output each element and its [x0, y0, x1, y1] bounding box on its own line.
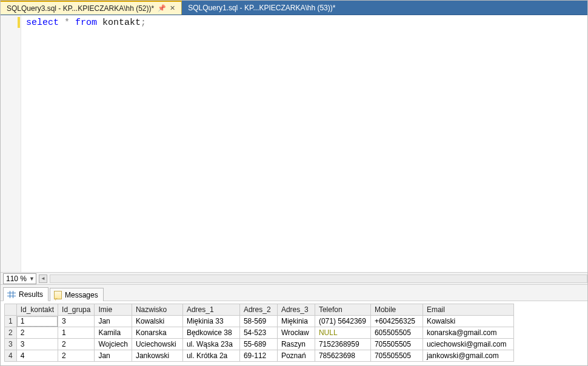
- cell[interactable]: 2: [16, 327, 58, 339]
- cell[interactable]: +604256325: [370, 316, 423, 327]
- tab-label: SQLQuery3.sql - KP...KPIECZARKA\hh (52))…: [7, 4, 154, 13]
- tab-messages[interactable]: Messages: [50, 288, 104, 301]
- cell[interactable]: Raszyn: [277, 339, 315, 350]
- cell[interactable]: ul. Wąska 23a: [182, 339, 239, 350]
- col-id-grupa[interactable]: Id_grupa: [58, 304, 95, 316]
- cell[interactable]: 58-569: [239, 316, 277, 327]
- table-row[interactable]: 3 3 2 Wojciech Uciechowski ul. Wąska 23a…: [5, 339, 514, 350]
- cell[interactable]: 1: [16, 316, 58, 327]
- kw-select: select: [26, 18, 59, 28]
- cell[interactable]: Wojciech: [95, 339, 132, 350]
- cell[interactable]: 4: [16, 350, 58, 362]
- cell[interactable]: jankowski@gmail.com: [423, 350, 513, 362]
- change-marker-icon: [18, 17, 20, 28]
- col-id-kontakt[interactable]: Id_kontakt: [16, 304, 58, 316]
- cell[interactable]: Wrocław: [277, 327, 315, 339]
- close-icon[interactable]: ✕: [170, 4, 175, 12]
- col-adres-1[interactable]: Adres_1: [182, 304, 239, 316]
- results-grid-icon: [7, 291, 16, 298]
- op-star: *: [59, 18, 75, 28]
- header-row: Id_kontakt Id_grupa Imie Nazwisko Adres_…: [5, 304, 514, 316]
- app-root: SQLQuery3.sql - KP...KPIECZARKA\hh (52))…: [0, 0, 588, 366]
- cell[interactable]: Kamila: [95, 327, 132, 339]
- cell[interactable]: Kowalski: [423, 316, 513, 327]
- space: [97, 18, 102, 28]
- col-adres-2[interactable]: Adres_2: [239, 304, 277, 316]
- tab-results[interactable]: Results: [3, 287, 48, 301]
- cell[interactable]: 7152368959: [315, 339, 370, 350]
- col-adres-3[interactable]: Adres_3: [277, 304, 315, 316]
- editor-gutter: [1, 15, 21, 272]
- tab-label: SQLQuery1.sql - KP...KPIECZARKA\hh (53))…: [188, 4, 335, 12]
- cell[interactable]: Konarska: [132, 327, 182, 339]
- results-grid-wrap: Id_kontakt Id_grupa Imie Nazwisko Adres_…: [1, 301, 587, 365]
- table-row[interactable]: 1 1 3 Jan Kowalski Miękinia 33 58-569 Mi…: [5, 316, 514, 327]
- cell[interactable]: 2: [58, 339, 95, 350]
- cell[interactable]: Poznań: [277, 350, 315, 362]
- cell[interactable]: Jan: [95, 316, 132, 327]
- cell[interactable]: Jan: [95, 350, 132, 362]
- cell[interactable]: 54-523: [239, 327, 277, 339]
- cell[interactable]: Uciechowski: [132, 339, 182, 350]
- cell[interactable]: 55-689: [239, 339, 277, 350]
- col-mobile[interactable]: Mobile: [370, 304, 423, 316]
- tab-messages-label: Messages: [65, 291, 98, 299]
- cell[interactable]: 705505505: [370, 339, 423, 350]
- row-header[interactable]: 2: [5, 327, 17, 339]
- cell[interactable]: 605505505: [370, 327, 423, 339]
- document-tabstrip: SQLQuery3.sql - KP...KPIECZARKA\hh (52))…: [1, 1, 587, 15]
- col-nazwisko[interactable]: Nazwisko: [132, 304, 182, 316]
- chevron-down-icon: ▼: [29, 276, 35, 282]
- cell-null[interactable]: NULL: [315, 327, 370, 339]
- tab-results-label: Results: [19, 290, 43, 299]
- results-body: 1 1 3 Jan Kowalski Miękinia 33 58-569 Mi…: [5, 316, 514, 362]
- cell[interactable]: Miękinia 33: [182, 316, 239, 327]
- cell[interactable]: 705505505: [370, 350, 423, 362]
- pin-icon[interactable]: 📌: [158, 4, 166, 12]
- cell[interactable]: 1: [58, 327, 95, 339]
- zoom-combo[interactable]: 110 % ▼: [3, 273, 36, 284]
- col-email[interactable]: Email: [423, 304, 513, 316]
- hscroll-track[interactable]: [50, 274, 587, 283]
- cell[interactable]: Będkowice 38: [182, 327, 239, 339]
- cell[interactable]: 3: [16, 339, 58, 350]
- cell[interactable]: 69-112: [239, 350, 277, 362]
- col-imie[interactable]: Imie: [95, 304, 132, 316]
- row-header[interactable]: 3: [5, 339, 17, 350]
- cell[interactable]: ul. Krótka 2a: [182, 350, 239, 362]
- cell[interactable]: Jankowski: [132, 350, 182, 362]
- cell[interactable]: 2: [58, 350, 95, 362]
- sql-code[interactable]: select * from kontakt;: [21, 15, 151, 272]
- tab-sqlquery3[interactable]: SQLQuery3.sql - KP...KPIECZARKA\hh (52))…: [1, 1, 182, 15]
- messages-icon: [54, 291, 62, 299]
- hscroll-left-button[interactable]: ◄: [39, 274, 47, 283]
- cell[interactable]: Miękinia: [277, 316, 315, 327]
- tab-sqlquery1[interactable]: SQLQuery1.sql - KP...KPIECZARKA\hh (53))…: [182, 1, 341, 15]
- row-header[interactable]: 1: [5, 316, 17, 327]
- op-semi: ;: [141, 18, 146, 28]
- cell[interactable]: 785623698: [315, 350, 370, 362]
- sql-editor[interactable]: select * from kontakt;: [1, 15, 587, 272]
- row-header[interactable]: 4: [5, 350, 17, 362]
- editor-statusbar: 110 % ▼ ◄: [1, 272, 587, 284]
- table-row[interactable]: 2 2 1 Kamila Konarska Będkowice 38 54-52…: [5, 327, 514, 339]
- ident-kontakt: kontakt: [102, 18, 141, 28]
- col-telefon[interactable]: Telefon: [315, 304, 370, 316]
- zoom-value: 110 %: [6, 274, 27, 283]
- cell[interactable]: konarska@gmail.com: [423, 327, 513, 339]
- cell[interactable]: 3: [58, 316, 95, 327]
- cell[interactable]: Kowalski: [132, 316, 182, 327]
- corner-cell[interactable]: [5, 304, 17, 316]
- results-tabstrip: Results Messages: [1, 284, 587, 301]
- table-row[interactable]: 4 4 2 Jan Jankowski ul. Krótka 2a 69-112…: [5, 350, 514, 362]
- cell[interactable]: (071) 5642369: [315, 316, 370, 327]
- kw-from: from: [75, 18, 97, 28]
- results-grid[interactable]: Id_kontakt Id_grupa Imie Nazwisko Adres_…: [4, 304, 514, 362]
- cell[interactable]: uciechowski@gmail.com: [423, 339, 513, 350]
